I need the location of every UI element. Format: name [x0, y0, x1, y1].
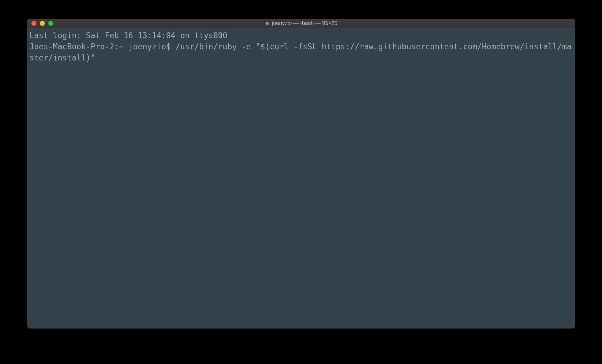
close-button[interactable]: [31, 21, 36, 26]
window-titlebar[interactable]: joenyzio — -bash — 95×25: [27, 19, 575, 28]
maximize-button[interactable]: [48, 21, 53, 26]
terminal-prompt-line: Joes-MacBook-Pro-2:~ joenyzio$ /usr/bin/…: [30, 41, 573, 63]
terminal-content[interactable]: Last login: Sat Feb 16 13:14:04 on ttys0…: [27, 28, 575, 329]
terminal-output-line: Last login: Sat Feb 16 13:14:04 on ttys0…: [30, 30, 573, 41]
minimize-button[interactable]: [40, 21, 45, 26]
terminal-window: joenyzio — -bash — 95×25 Last login: Sat…: [27, 19, 575, 329]
traffic-lights: [27, 21, 53, 26]
window-title-area: joenyzio — -bash — 95×25: [265, 20, 338, 26]
home-icon: [265, 21, 270, 26]
window-title: joenyzio — -bash — 95×25: [272, 20, 338, 26]
